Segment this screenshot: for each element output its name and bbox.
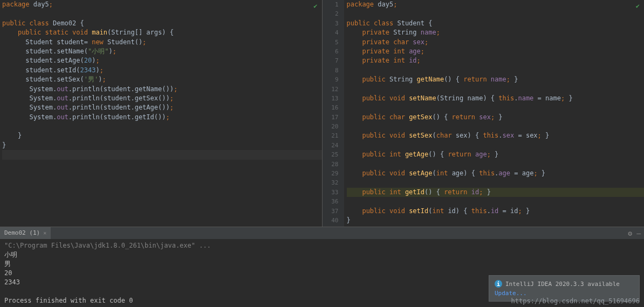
code-line[interactable]: public void setSex(char sex) { this.sex … [347,131,645,140]
code-line[interactable] [347,178,645,187]
line-number: 29 [323,169,339,178]
inspection-ok-icon: ✔ [313,2,317,10]
code-line[interactable]: public char getSex() { return sex; } [347,113,645,122]
code-line[interactable]: System.out.println(student.getName()); [2,85,322,94]
line-number: 5 [323,38,339,47]
code-line[interactable]: } [2,131,322,140]
code-line[interactable]: public int getId() { return id; } [347,188,645,197]
code-line[interactable]: student.setId(2343); [2,66,322,75]
editor-right[interactable]: 1234567891213161720212425282932333637404… [323,0,645,227]
code-line[interactable]: public void setAge(int age) { this.age =… [347,169,645,178]
line-number: 33 [323,188,339,197]
editor-left[interactable]: package day5; public class Demo02 { publ… [0,0,323,227]
code-line[interactable]: public int getAge() { return age; } [347,150,645,159]
code-line[interactable]: System.out.println(student.getAge()); [2,103,322,112]
code-line[interactable] [347,160,645,169]
code-line[interactable]: package day5; [2,0,322,9]
code-line[interactable]: System.out.println(student.getId()); [2,113,322,122]
code-line[interactable]: public class Student { [347,19,645,28]
watermark-text: https://blog.csdn.net/qq_51694696 [511,297,640,305]
code-line[interactable] [347,9,645,18]
code-line[interactable] [347,66,645,75]
line-number: 6 [323,47,339,56]
line-number: 9 [323,75,339,84]
update-link[interactable]: Update... [495,290,634,297]
code-line[interactable] [347,141,645,150]
code-line[interactable]: public void setName(String name) { this.… [347,94,645,103]
line-number: 12 [323,85,339,94]
close-icon[interactable]: ✕ [43,227,46,239]
code-line[interactable]: System.out.println(student.getSex()); [2,94,322,103]
code-line[interactable]: student.setSex('男'); [2,75,322,84]
line-number: 24 [323,141,339,150]
line-number: 40 [323,216,339,225]
line-number: 8 [323,66,339,75]
run-tab-label: Demo02 (1) [4,227,40,239]
code-line[interactable]: public void setId(int id) { this.id = id… [347,207,645,216]
code-line[interactable] [2,9,322,18]
code-line[interactable] [347,85,645,94]
line-number: 7 [323,56,339,65]
run-tab[interactable]: Demo02 (1) ✕ [0,227,51,239]
line-number: 25 [323,150,339,159]
line-number: 20 [323,122,339,131]
inspection-ok-icon: ✔ [636,2,640,10]
code-line[interactable]: Student student= new Student(); [2,38,322,47]
line-number: 17 [323,113,339,122]
code-line[interactable]: private String name; [347,28,645,37]
line-number: 13 [323,94,339,103]
code-line[interactable] [347,225,645,227]
line-number: 32 [323,178,339,187]
info-icon: i [495,280,502,288]
console-line: 小明 [4,250,640,260]
run-tab-bar: Demo02 (1) ✕ ⚙ — [0,227,644,239]
line-number: 21 [323,131,339,140]
line-number: 28 [323,160,339,169]
code-line[interactable]: public class Demo02 { [2,19,322,28]
code-line[interactable]: } [347,216,645,225]
line-number: 3 [323,19,339,28]
line-number: 2 [323,9,339,18]
code-line[interactable]: package day5; [347,0,645,9]
code-line[interactable] [2,150,322,159]
code-line[interactable]: private int age; [347,47,645,56]
code-line[interactable]: public String getName() { return name; } [347,75,645,84]
code-line[interactable]: private int id; [347,56,645,65]
code-line[interactable]: } [2,141,322,150]
line-number: 41 [323,225,339,227]
line-number: 1 [323,0,339,9]
code-line[interactable]: public static void main(String[] args) { [2,28,322,37]
gear-icon[interactable]: ⚙ [628,229,632,237]
code-line[interactable] [2,122,322,131]
line-number: 4 [323,28,339,37]
run-tool-icons: ⚙ — [628,229,641,237]
code-line[interactable] [347,122,645,131]
code-area-right[interactable]: package day5; public class Student { pri… [344,0,645,227]
code-line[interactable]: student.setAge(20); [2,56,322,65]
console-line: 男 [4,260,640,269]
editor-split: package day5; public class Demo02 { publ… [0,0,644,227]
line-number: 37 [323,207,339,216]
console-line: "C:\Program Files\Java\jdk1.8.0_261\bin\… [4,241,640,250]
minimize-icon[interactable]: — [636,229,641,237]
gutter-right: 1234567891213161720212425282932333637404… [323,0,344,227]
code-line[interactable] [347,197,645,206]
code-line[interactable]: private char sex; [347,38,645,47]
line-number: 16 [323,103,339,112]
notification-title: IntelliJ IDEA 2020.3.3 available [505,281,620,288]
code-line[interactable]: student.setName("小明"); [2,47,322,56]
code-line[interactable] [347,103,645,112]
line-number: 36 [323,197,339,206]
code-area-left[interactable]: package day5; public class Demo02 { publ… [0,0,322,227]
